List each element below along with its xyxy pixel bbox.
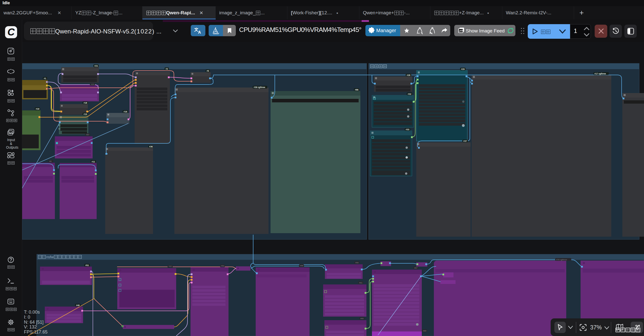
- svg-text:#11: #11: [92, 160, 95, 163]
- svg-text:#39 rgthree: #39 rgthree: [254, 86, 265, 89]
- svg-text:nsfw: nsfw: [46, 255, 54, 259]
- svg-text:#37: #37: [463, 140, 467, 142]
- svg-text:#52: #52: [169, 265, 172, 268]
- svg-text:#28: #28: [407, 74, 410, 76]
- svg-text:#86: #86: [355, 89, 358, 91]
- svg-text:#29: #29: [461, 68, 465, 70]
- svg-text:#18: #18: [84, 102, 87, 104]
- svg-text:#60: #60: [360, 317, 364, 320]
- svg-text:#69: #69: [423, 330, 427, 332]
- svg-text:#54: #54: [221, 265, 224, 267]
- svg-text:#5: #5: [207, 70, 209, 72]
- svg-text:#49: #49: [76, 304, 80, 307]
- svg-text:#33: #33: [406, 128, 409, 131]
- svg-text:#21: #21: [94, 65, 98, 67]
- svg-text:#2: #2: [166, 68, 168, 70]
- svg-text:#15: #15: [84, 113, 87, 115]
- svg-text:A: A: [198, 30, 201, 34]
- svg-text:#70 rgthree: #70 rgthree: [556, 259, 567, 261]
- svg-text:#36: #36: [149, 145, 153, 148]
- svg-text:#51: #51: [85, 264, 89, 267]
- svg-text:#16: #16: [124, 110, 127, 113]
- svg-text:#67: #67: [414, 267, 418, 269]
- svg-text:#55: #55: [300, 265, 304, 267]
- svg-text:#32: #32: [408, 93, 411, 95]
- svg-text:#66: #66: [355, 262, 359, 264]
- svg-text:#8: #8: [49, 160, 52, 162]
- svg-text:#87: #87: [86, 134, 90, 136]
- svg-text:#61: #61: [359, 282, 363, 284]
- svg-text:#20: #20: [91, 83, 94, 86]
- svg-text:#19: #19: [36, 108, 39, 110]
- svg-text:#1: #1: [44, 77, 46, 80]
- svg-text:#17 rgthree: #17 rgthree: [594, 72, 606, 75]
